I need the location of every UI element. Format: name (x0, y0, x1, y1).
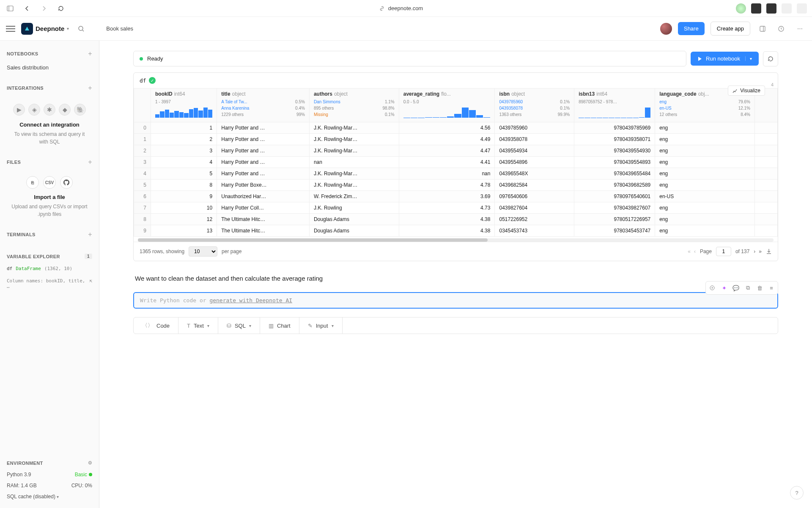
history-icon[interactable] (775, 22, 787, 35)
add-text-block[interactable]: TText▾ (178, 318, 218, 334)
code-input-cell[interactable]: Write Python code or generate with Deepn… (133, 292, 778, 309)
app-bar: Deepnote ▾ Book sales Share Create app ⋯ (0, 17, 812, 41)
integration-icon-1[interactable]: ▶ (13, 104, 25, 116)
more-icon[interactable]: ⋯ (793, 22, 806, 35)
column-header[interactable]: isbn13int648987059752 - 978… (574, 88, 655, 122)
help-button[interactable]: ? (790, 486, 804, 500)
sql-cache-label[interactable]: SQL cache (disabled) ▾ (7, 494, 59, 500)
integration-icon-2[interactable]: ◈ (28, 104, 40, 116)
horizontal-scrollbar[interactable] (138, 238, 774, 242)
reload-icon[interactable] (56, 3, 66, 14)
visualize-button[interactable]: Visualize (728, 86, 765, 96)
column-header[interactable]: average_ratingflo...0.0 - 5.0 (399, 88, 495, 122)
duplicate-icon[interactable]: ⧉ (743, 283, 752, 293)
add-code-block[interactable]: 〈〉Code (134, 318, 178, 334)
add-chart-block[interactable]: ▥Chart (260, 318, 299, 334)
ai-icon[interactable]: ✦ (719, 283, 729, 293)
url-bar[interactable]: deepnote.com (73, 5, 729, 11)
last-page-icon[interactable]: » (759, 248, 762, 254)
open-variable-icon[interactable]: ⇱ (89, 278, 92, 289)
ready-dot-icon (140, 57, 143, 61)
first-page-icon[interactable]: « (688, 248, 691, 254)
comment-icon[interactable]: 💬 (731, 283, 741, 293)
plan-badge: Basic (75, 472, 87, 478)
panel-icon[interactable] (756, 22, 769, 35)
file-icon-csv[interactable]: CSV (43, 176, 56, 189)
page-of-label: of 137 (735, 248, 749, 254)
next-page-icon[interactable]: › (754, 248, 755, 254)
variable-count-badge: 1 (85, 254, 92, 259)
restart-kernel-button[interactable] (763, 51, 778, 66)
more-cell-icon[interactable]: ≡ (767, 283, 776, 293)
extension-icon-1[interactable] (736, 3, 746, 14)
table-row[interactable]: 3 4 Harry Potter and … nan 4.41 04395548… (134, 157, 778, 168)
breadcrumb[interactable]: Book sales (106, 25, 133, 32)
prev-page-icon[interactable]: ‹ (694, 248, 696, 254)
variable-row-df[interactable]: df DataFrame (1362, 10) (0, 262, 99, 275)
add-sql-block[interactable]: ⛁SQL▾ (218, 318, 260, 334)
add-notebook-button[interactable]: + (88, 50, 92, 58)
add-input-block[interactable]: ✎Input▾ (299, 318, 343, 334)
integration-icon-3[interactable]: ✱ (44, 104, 55, 116)
table-row[interactable]: 7 10 Harry Potter Coll… J.K. Rowling 4.7… (134, 202, 778, 214)
table-pagination: 1365 rows, showing 10 per page « ‹ Page … (134, 242, 778, 261)
run-notebook-button[interactable]: Run notebook ▾ (691, 52, 759, 66)
add-integration-button[interactable]: + (88, 84, 92, 92)
file-icon-generic[interactable]: ⎘ (26, 176, 39, 189)
status-text: Ready (147, 55, 163, 62)
avatar[interactable] (660, 23, 672, 35)
block-picker-spacer (343, 318, 778, 334)
link-icon (379, 6, 385, 11)
gear-icon[interactable]: ⚙ (88, 460, 92, 466)
chevron-down-icon: ▾ (67, 26, 69, 31)
column-header[interactable]: titleobjectA Tale of Tw...0.5%Anna Karen… (217, 88, 310, 122)
logo-icon (21, 23, 33, 35)
extension-icon-5[interactable] (797, 3, 807, 14)
chevron-down-icon[interactable]: ▾ (745, 56, 752, 61)
table-row[interactable]: 5 8 Harry Potter Boxe… J.K. Rowling-Mar…… (134, 179, 778, 191)
rows-count: 1365 rows, showing (140, 248, 184, 254)
extension-icon-3[interactable] (766, 3, 776, 14)
column-header[interactable]: bookIDint641 - 3997 (151, 88, 217, 122)
table-row[interactable]: 1 2 Harry Potter and … J.K. Rowling-Mar…… (134, 134, 778, 145)
table-row[interactable]: 6 9 Unauthorized Har… W. Frederick Zim… … (134, 191, 778, 202)
table-row[interactable]: 4 5 Harry Potter and … J.K. Rowling-Mar…… (134, 168, 778, 179)
markdown-cell[interactable]: We want to clean the dataset and then ca… (133, 270, 778, 287)
check-icon: ✓ (149, 77, 156, 84)
menu-icon[interactable] (6, 24, 15, 33)
extension-icon-4[interactable] (782, 3, 792, 14)
extension-icon-2[interactable] (751, 3, 761, 14)
create-app-button[interactable]: Create app (710, 22, 750, 36)
table-row[interactable]: 2 3 Harry Potter and … J.K. Rowling-Mar…… (134, 145, 778, 157)
column-header[interactable]: isbnobject04397859600.1%04393580780.1%13… (495, 88, 574, 122)
download-icon[interactable] (766, 248, 772, 254)
integration-icons: ▶ ◈ ✱ ◆ 🐘 (0, 95, 99, 120)
delete-icon[interactable]: 🗑 (755, 283, 764, 293)
connect-integration-cta[interactable]: Connect an integration (0, 120, 99, 130)
import-file-cta[interactable]: Import a file (0, 192, 99, 202)
run-cell-icon[interactable] (708, 283, 717, 293)
table-row[interactable]: 0 1 Harry Potter and … J.K. Rowling-Mar…… (134, 122, 778, 134)
integration-icon-4[interactable]: ◆ (59, 104, 71, 116)
generate-ai-link[interactable]: generate with Deepnote AI (209, 297, 292, 304)
column-header[interactable]: authorsobjectDan Simmons1.1%895 others98… (309, 88, 399, 122)
dataframe-name: df (140, 77, 146, 84)
block-picker: 〈〉Code TText▾ ⛁SQL▾ ▥Chart ✎Input▾ (133, 317, 778, 334)
table-row[interactable]: 9 13 The Ultimate Hitc… Douglas Adams 4.… (134, 225, 778, 237)
forward-icon[interactable] (39, 3, 49, 14)
sidebar-item-sales-distribution[interactable]: Sales distribution (0, 61, 99, 74)
sidebar-toggle-icon[interactable] (5, 3, 15, 14)
workspace-switcher[interactable]: Deepnote ▾ (21, 23, 69, 35)
search-icon[interactable] (75, 22, 88, 35)
add-terminal-button[interactable]: + (88, 231, 92, 238)
table-row[interactable]: 8 12 The Ultimate Hitc… Douglas Adams 4.… (134, 214, 778, 225)
integration-icon-5[interactable]: 🐘 (74, 104, 86, 116)
page-label: Page (700, 248, 712, 254)
integrations-desc: To view its schema and query it with SQL (0, 130, 99, 152)
add-file-button[interactable]: + (88, 158, 92, 166)
share-button[interactable]: Share (678, 22, 705, 35)
file-icon-github[interactable] (60, 176, 73, 189)
back-icon[interactable] (22, 3, 32, 14)
page-input[interactable] (716, 247, 731, 256)
per-page-select[interactable]: 10 (189, 246, 217, 257)
